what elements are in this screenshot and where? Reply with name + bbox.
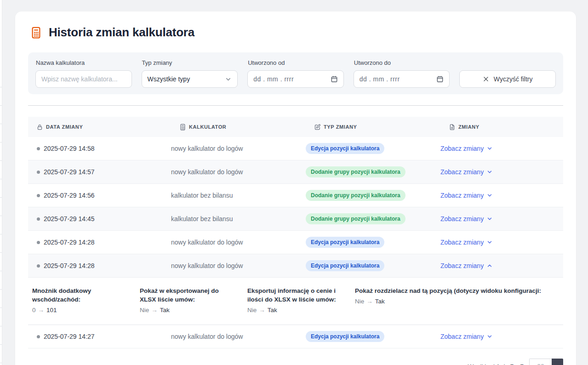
chevron-up-icon [486, 262, 493, 269]
row-type: Dodanie grupy pozycji kalkulatora [306, 166, 440, 177]
see-changes-link[interactable]: Zobacz zmiany [440, 333, 493, 340]
created-from-date-input[interactable]: dd . mm . rrrr [247, 70, 344, 88]
row-date: 2025-07-29 14:57 [28, 168, 171, 176]
history-card: Historia zmian kalkulatora Nazwa kalkula… [15, 11, 576, 365]
see-changes-link[interactable]: Zobacz zmiany [440, 168, 493, 176]
created-to-date-input[interactable]: dd . mm . rrrr [354, 70, 450, 88]
change-detail: Eksportuj informację o cenie i ilości do… [247, 286, 355, 314]
row-changes: Zobacz zmiany [440, 262, 563, 270]
filter-created-to: Utworzono do dd . mm . rrrr [354, 58, 450, 88]
change-values: Nie→Tak [355, 298, 551, 305]
table-row: 2025-07-29 14:57 nowy kalkulator do logó… [28, 160, 563, 184]
see-changes-link[interactable]: Zobacz zmiany [440, 215, 493, 222]
header-changes-label: ZMIANY [458, 124, 480, 130]
row-changes: Zobacz zmiany [440, 215, 563, 223]
see-changes-link[interactable]: Zobacz zmiany [440, 262, 493, 269]
table-row: 2025-07-29 14:45 kalkulator bez bilansu … [28, 207, 563, 231]
change-type-badge: Edycja pozycji kalkulatora [306, 331, 384, 342]
row-date: 2025-07-29 14:28 [28, 262, 171, 269]
change-type-badge: Dodanie grupy pozycji kalkulatora [306, 213, 405, 224]
change-detail: Mnożnik dodatkowy wschód/zachód: 0→101 [32, 286, 140, 314]
date-placeholder: dd . mm . rrrr [360, 75, 400, 83]
expanded-changes-panel: Mnożnik dodatkowy wschód/zachód: 0→101 P… [28, 278, 563, 325]
row-changes: Zobacz zmiany [440, 144, 563, 153]
row-calculator: kalkulator bez bilansu [171, 192, 306, 199]
dropdown-caret-icon [552, 359, 563, 365]
row-date: 2025-07-29 14:56 [28, 192, 171, 199]
header-type-label: TYP ZMIANY [324, 124, 357, 130]
bullet-icon [37, 147, 40, 150]
header-date: DATA ZMIANY [28, 124, 171, 131]
filter-change-type: Typ zmiany Wszystkie typy [142, 58, 238, 88]
bullet-icon [37, 217, 40, 221]
divider [28, 105, 563, 106]
change-type-badge: Edycja pozycji kalkulatora [306, 260, 384, 271]
filter-to-label: Utworzono do [354, 59, 450, 66]
row-calculator: kalkulator bez bilansu [171, 215, 306, 222]
filter-calculator-name: Nazwa kalkulatora [35, 58, 132, 88]
row-calculator: nowy kalkulator do logów [171, 168, 306, 176]
arrow-icon: → [149, 307, 160, 314]
header-type: TYP ZMIANY [306, 124, 440, 131]
change-detail: Pokaż rozdzielacz nad tą pozycją (dotycz… [355, 286, 563, 314]
table-row: 2025-07-29 14:58 nowy kalkulator do logó… [28, 137, 563, 160]
table-row: 2025-07-29 14:27 nowy kalkulator do logó… [28, 325, 563, 348]
see-changes-link[interactable]: Zobacz zmiany [440, 192, 493, 199]
row-type: Dodanie grupy pozycji kalkulatora [306, 213, 440, 224]
chevron-down-icon [486, 216, 493, 222]
chevron-down-icon [486, 333, 493, 340]
row-date: 2025-07-29 14:28 [28, 239, 171, 246]
header-calculator-label: KALKULATOR [189, 124, 226, 130]
chevron-down-icon [486, 239, 493, 245]
close-icon [483, 76, 489, 82]
change-label: Mnożnik dodatkowy wschód/zachód: [32, 286, 128, 304]
calculator-icon [179, 124, 186, 131]
change-type-value: Wszystkie typy [148, 75, 190, 83]
change-detail: Pokaż w eksportowanej do XLSX liście umó… [140, 286, 247, 314]
filter-from-label: Utworzono od [248, 59, 344, 66]
filter-panel: Nazwa kalkulatora Typ zmiany Wszystkie t… [28, 52, 563, 94]
background-list-edge [0, 0, 2, 365]
change-type-badge: Dodanie grupy pozycji kalkulatora [306, 166, 405, 177]
clear-filters-button[interactable]: Wyczyść filtry [459, 70, 556, 88]
calendar-icon[interactable] [331, 75, 338, 83]
filter-name-label: Nazwa kalkulatora [36, 59, 132, 66]
see-changes-link[interactable]: Zobacz zmiany [440, 239, 493, 246]
results-count: Wyniki od 1 do 7 z 7 [468, 363, 524, 365]
row-changes: Zobacz zmiany [440, 238, 563, 246]
chevron-down-icon [486, 145, 493, 152]
change-type-select[interactable]: Wszystkie typy [142, 70, 238, 88]
see-changes-link[interactable]: Zobacz zmiany [440, 145, 493, 152]
history-table: DATA ZMIANY KALKULATOR TYP ZMIANY ZMIANY… [28, 117, 563, 348]
row-type: Edycja pozycji kalkulatora [306, 143, 440, 154]
page-size-select[interactable]: 20 [529, 359, 563, 365]
arrow-icon: → [257, 307, 268, 314]
row-type: Edycja pozycji kalkulatora [306, 331, 440, 342]
header-date-label: DATA ZMIANY [46, 124, 83, 130]
row-calculator: nowy kalkulator do logów [171, 333, 306, 340]
filter-created-from: Utworzono od dd . mm . rrrr [247, 58, 344, 88]
change-label: Pokaż rozdzielacz nad tą pozycją (dotycz… [355, 286, 551, 295]
clear-filters-label: Wyczyść filtry [494, 75, 533, 83]
header-changes: ZMIANY [440, 124, 563, 131]
document-icon [449, 124, 456, 131]
row-date: 2025-07-29 14:27 [28, 333, 171, 340]
change-values: Nie→Tak [140, 307, 235, 314]
page-title: Historia zmian kalkulatora [49, 25, 194, 40]
calendar-icon[interactable] [436, 75, 444, 83]
bullet-icon [37, 241, 40, 244]
calculator-name-input[interactable] [35, 70, 132, 88]
change-label: Pokaż w eksportowanej do XLSX liście umó… [140, 286, 235, 304]
page-size-value: 20 [529, 359, 552, 365]
edit-icon [314, 124, 321, 131]
bullet-icon [37, 264, 40, 268]
row-type: Edycja pozycji kalkulatora [306, 237, 440, 248]
row-date: 2025-07-29 14:45 [28, 215, 171, 222]
row-type: Edycja pozycji kalkulatora [306, 260, 440, 271]
bullet-icon [37, 194, 40, 197]
filter-clear: Wyczyść filtry [459, 70, 556, 88]
calculator-icon [30, 26, 42, 40]
bullet-icon [37, 171, 40, 174]
change-type-badge: Dodanie grupy pozycji kalkulatora [306, 190, 405, 201]
arrow-icon: → [36, 307, 47, 314]
